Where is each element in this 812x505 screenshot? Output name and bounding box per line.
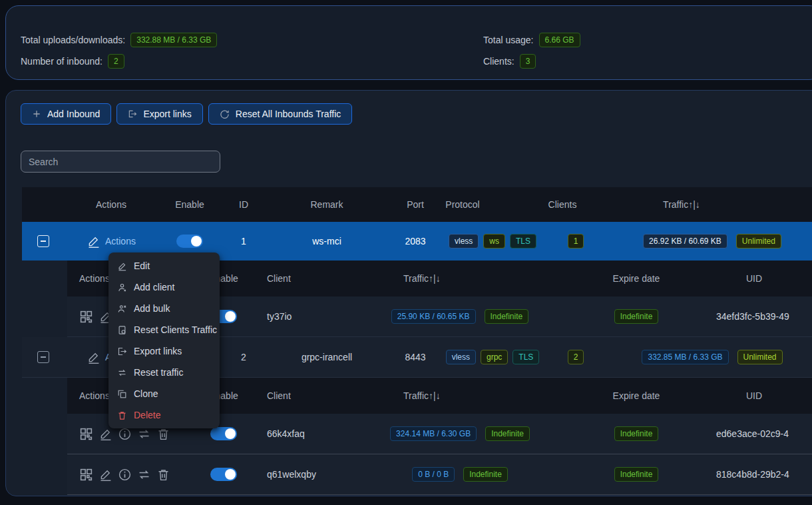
stat-value-badge: 3: [520, 54, 536, 69]
reset-traffic-icon[interactable]: [137, 427, 151, 441]
export-icon: [128, 109, 137, 119]
menu-item-clone[interactable]: Clone: [108, 383, 220, 404]
client-uid: 818c4b8d-29b2-4: [716, 469, 789, 480]
reset-all-label: Reset All Inbounds Traffic: [236, 109, 341, 119]
sub-header-uid: UID: [716, 378, 812, 414]
inbound-port: 8443: [388, 337, 443, 377]
header-port: Port: [388, 187, 443, 222]
inbound-actions-dropdown[interactable]: Actions: [87, 235, 136, 249]
delete-icon[interactable]: [156, 427, 170, 441]
delete-icon[interactable]: [156, 468, 170, 482]
clone-icon: [117, 389, 127, 399]
menu-item-edit[interactable]: Edit: [108, 255, 220, 276]
actions-dropdown-label: Actions: [105, 236, 136, 247]
stat-total-uploads-downloads: Total uploads/downloads: 332.88 MB / 6.3…: [21, 33, 217, 47]
edit-icon[interactable]: [99, 427, 112, 441]
sub-header-traffic-sortable[interactable]: Traffic↑|↓: [363, 260, 556, 296]
sub-header-expire: Expire date: [556, 378, 716, 414]
client-traffic-limit-badge: Indefinite: [485, 309, 529, 324]
menu-item-reset-traffic[interactable]: Reset traffic: [108, 362, 220, 383]
traffic-badge: 26.92 KB / 60.69 KB: [643, 234, 727, 249]
add-inbound-label: Add Inbound: [47, 109, 100, 119]
sub-header-traffic-sortable[interactable]: Traffic↑|↓: [363, 378, 556, 414]
menu-item-label: Clone: [134, 388, 158, 399]
stat-value-badge: 332.88 MB / 6.33 GB: [130, 33, 217, 47]
client-traffic-limit-badge: Indefinite: [463, 467, 508, 482]
menu-item-reset-clients-traffic[interactable]: Reset Clients Traffic: [108, 319, 220, 340]
reset-traffic-icon: [117, 368, 127, 378]
protocol-tag: vless: [446, 350, 476, 364]
header-protocol: Protocol: [443, 187, 542, 222]
menu-item-add-bulk[interactable]: Add bulk: [108, 298, 220, 319]
add-inbound-button[interactable]: Add Inbound: [21, 103, 111, 125]
header-clients: Clients: [542, 187, 609, 222]
inbound-remark: grpc-irancell: [266, 337, 388, 377]
client-expire-badge: Indefinite: [614, 467, 659, 482]
client-enable-toggle[interactable]: [210, 427, 237, 440]
inbound-id: 2: [222, 337, 266, 377]
stat-label: Number of inbound:: [21, 56, 102, 67]
qrcode-icon[interactable]: [79, 310, 93, 324]
stat-value-badge: 2: [108, 54, 124, 69]
protocol-tag: TLS: [510, 234, 536, 249]
qrcode-icon[interactable]: [79, 468, 93, 482]
reload-icon: [220, 109, 230, 119]
header-traffic-sortable[interactable]: Traffic↑|↓: [609, 187, 812, 222]
sub-header-client: Client: [267, 260, 363, 296]
delete-icon: [117, 410, 127, 420]
table-header-row: Actions Enable ID Remark Port Protocol C…: [22, 187, 812, 222]
stat-value-badge: 6.66 GB: [539, 33, 580, 47]
menu-item-label: Reset traffic: [134, 367, 183, 378]
client-name: ty37io: [267, 296, 363, 336]
sub-header-client: Client: [267, 378, 363, 414]
protocol-tag: vless: [449, 234, 479, 249]
info-icon[interactable]: [118, 468, 132, 482]
stats-card: Total uploads/downloads: 332.88 MB / 6.3…: [5, 5, 812, 80]
stat-clients: Clients: 3: [483, 54, 536, 69]
enable-toggle[interactable]: [176, 235, 203, 248]
info-icon[interactable]: [118, 427, 132, 441]
reset-all-inbounds-traffic-button[interactable]: Reset All Inbounds Traffic: [208, 103, 353, 125]
stat-total-usage: Total usage: 6.66 GB: [483, 33, 580, 47]
edit-icon[interactable]: [99, 468, 112, 482]
menu-item-label: Edit: [134, 260, 150, 271]
edit-icon: [117, 261, 127, 271]
client-uid: 34efd3fc-5b39-49: [716, 311, 789, 322]
client-traffic-badge: 0 B / 0 B: [412, 467, 455, 482]
actions-context-menu: Edit Add client Add bulk Reset Clients T…: [108, 252, 220, 428]
protocol-tag: ws: [483, 234, 505, 249]
client-uid: ed6e3ace-02c9-4: [716, 428, 789, 439]
client-row: q61welxqby 0 B / 0 B Indefinite Indefini…: [67, 454, 812, 495]
search-input[interactable]: [21, 151, 220, 173]
menu-item-add-client[interactable]: Add client: [108, 276, 220, 298]
stat-label: Clients:: [483, 56, 514, 67]
add-bulk-icon: [117, 304, 127, 314]
collapse-row-button[interactable]: [37, 351, 49, 363]
menu-item-label: Export links: [134, 346, 182, 356]
menu-item-label: Delete: [134, 410, 160, 420]
client-name: 66k4xfaq: [267, 414, 363, 454]
traffic-badge: 332.85 MB / 6.33 GB: [642, 350, 728, 364]
reset-clients-traffic-icon: [117, 325, 127, 335]
menu-item-delete[interactable]: Delete: [108, 404, 220, 426]
header-id: ID: [222, 187, 266, 222]
sub-header-uid: UID: [716, 260, 812, 296]
toolbar: Add Inbound Export links Reset All Inbou…: [21, 103, 352, 125]
reset-traffic-icon[interactable]: [137, 468, 151, 482]
export-links-button[interactable]: Export links: [116, 103, 202, 125]
sub-header-expire: Expire date: [556, 260, 716, 296]
qrcode-icon[interactable]: [79, 427, 93, 441]
client-name: q61welxqby: [267, 454, 363, 494]
collapse-row-button[interactable]: [37, 235, 49, 247]
inbound-protocol-tags: vless ws TLS: [443, 222, 542, 260]
stat-label: Total usage:: [483, 35, 534, 45]
header-actions: Actions: [65, 187, 158, 222]
client-enable-toggle[interactable]: [210, 468, 237, 481]
menu-item-label: Add bulk: [134, 303, 170, 314]
traffic-limit-badge: Unlimited: [736, 234, 781, 249]
add-client-icon: [117, 282, 127, 292]
menu-item-label: Reset Clients Traffic: [134, 324, 217, 335]
header-remark: Remark: [266, 187, 388, 222]
protocol-tag: TLS: [512, 350, 539, 364]
menu-item-export-links[interactable]: Export links: [108, 340, 220, 362]
